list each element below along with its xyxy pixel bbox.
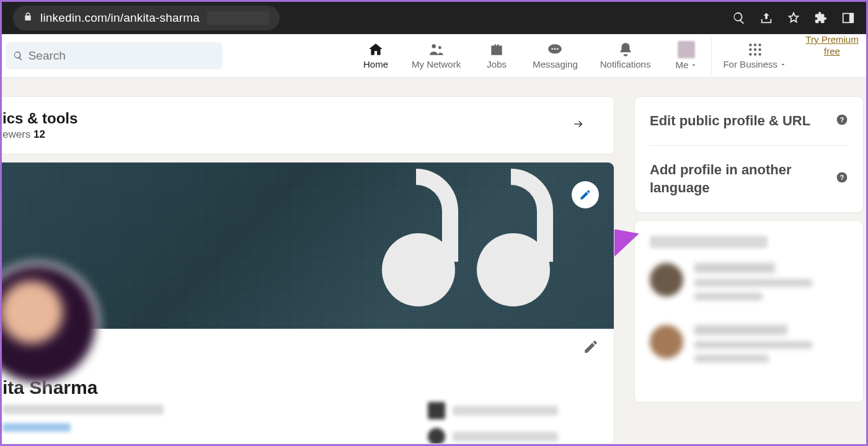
svg-point-5 (557, 48, 559, 50)
profile-card: ita Sharma (0, 162, 614, 444)
nav-business[interactable]: For Business (712, 34, 798, 77)
profile-settings-card: Edit public profile & URL ? Add profile … (634, 96, 864, 213)
nav-home-label: Home (363, 59, 388, 69)
url-pill[interactable]: linkedin.com/in/ankita-sharma (13, 6, 280, 30)
search-icon (13, 50, 24, 61)
company-name-blurred (453, 406, 558, 416)
star-icon[interactable] (787, 11, 800, 25)
person-avatar-blurred (650, 325, 683, 359)
avatar-thumbnail (678, 41, 695, 58)
share-icon[interactable] (760, 11, 773, 25)
nav-home[interactable]: Home (351, 34, 401, 77)
bell-icon (618, 42, 634, 58)
people-suggestions-card (634, 220, 864, 403)
caret-down-icon (690, 61, 698, 69)
svg-point-6 (749, 43, 751, 46)
suggestion-item[interactable] (650, 263, 848, 300)
extensions-icon[interactable] (814, 11, 828, 25)
svg-point-4 (554, 48, 556, 50)
try-premium-link[interactable]: Try Premium free (798, 34, 866, 77)
person-headline-blurred (694, 355, 769, 362)
person-name-blurred (694, 263, 775, 273)
analytics-sub: ewers 12 (2, 128, 78, 141)
help-icon[interactable]: ? (836, 114, 848, 128)
browser-toolbar-icons (732, 11, 855, 25)
zoom-icon[interactable] (732, 11, 746, 25)
svg-point-14 (758, 53, 761, 55)
nav-notifications[interactable]: Notifications (589, 34, 662, 77)
nav-me-label: Me (676, 60, 689, 70)
svg-point-7 (754, 43, 756, 46)
search-box[interactable] (6, 42, 223, 69)
person-headline-blurred (694, 279, 812, 287)
add-language-row[interactable]: Add profile in another language ? (650, 145, 848, 212)
sidepanel-icon[interactable] (841, 11, 855, 25)
analytics-sub-prefix: ewers (2, 128, 33, 140)
experience-item (428, 428, 558, 444)
analytics-card[interactable]: ics & tools ewers 12 (0, 96, 614, 154)
svg-text:?: ? (840, 116, 844, 123)
pencil-icon (579, 189, 591, 201)
caret-down-icon (779, 61, 787, 68)
svg-point-9 (749, 48, 751, 51)
person-name-blurred (694, 325, 787, 335)
nav-me[interactable]: Me (662, 34, 711, 77)
messaging-icon (546, 42, 564, 58)
edit-public-profile-row[interactable]: Edit public profile & URL ? (650, 97, 848, 145)
help-icon[interactable]: ? (836, 171, 848, 186)
pencil-icon (583, 339, 599, 355)
search-input[interactable] (29, 49, 215, 63)
url-obscured (207, 11, 269, 25)
nav-network[interactable]: My Network (401, 34, 472, 77)
profile-location-blurred (2, 423, 71, 432)
svg-text:?: ? (840, 174, 844, 182)
svg-point-8 (758, 43, 761, 46)
person-headline-blurred (694, 293, 763, 300)
analytics-title: ics & tools (2, 110, 78, 127)
experience-item (428, 402, 558, 419)
url-text: linkedin.com/in/ankita-sharma (40, 11, 200, 25)
profile-headline-blurred (2, 404, 164, 414)
suggestion-item[interactable] (650, 325, 848, 362)
lock-icon (23, 12, 33, 24)
edit-cover-button[interactable] (572, 181, 599, 208)
apps-grid-icon (747, 42, 763, 58)
company-logo-blurred (428, 428, 445, 444)
svg-point-0 (432, 44, 436, 48)
nav-jobs-label: Jobs (487, 59, 507, 69)
profile-name: ita Sharma (2, 377, 599, 398)
person-headline-blurred (694, 341, 812, 349)
nav-network-label: My Network (412, 59, 461, 69)
experience-summary (428, 402, 558, 444)
svg-point-10 (754, 48, 756, 51)
network-icon (428, 42, 445, 58)
edit-public-profile-label: Edit public profile & URL (650, 112, 810, 130)
suggestions-heading-blurred (650, 236, 768, 248)
nav-business-label: For Business (723, 59, 777, 69)
company-name-blurred (453, 432, 558, 442)
arrow-right-icon (570, 118, 587, 133)
svg-point-12 (749, 53, 751, 55)
nav-messaging[interactable]: Messaging (521, 34, 589, 77)
nav-jobs[interactable]: Jobs (472, 34, 521, 77)
jobs-icon (489, 42, 505, 58)
cover-art-quotes (379, 169, 558, 318)
svg-point-13 (754, 53, 756, 55)
company-logo-blurred (428, 402, 445, 419)
nav-messaging-label: Messaging (533, 59, 578, 69)
svg-point-11 (758, 48, 761, 51)
add-language-label: Add profile in another language (650, 161, 811, 197)
svg-point-1 (438, 46, 441, 49)
home-icon (368, 42, 384, 58)
linkedin-top-nav: Home My Network Jobs Messaging Notificat… (2, 34, 866, 78)
analytics-count: 12 (33, 128, 45, 140)
svg-point-3 (552, 48, 554, 50)
edit-profile-button[interactable] (583, 339, 599, 357)
person-avatar-blurred (650, 263, 683, 297)
nav-notifications-label: Notifications (600, 59, 651, 69)
browser-address-bar: linkedin.com/in/ankita-sharma (2, 2, 866, 34)
